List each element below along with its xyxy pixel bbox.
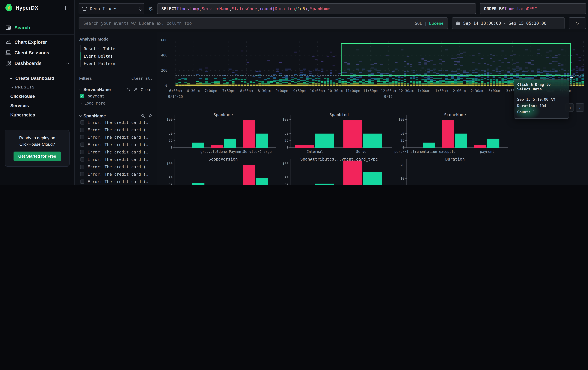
filter-group-name[interactable]: SpanName	[84, 114, 106, 118]
filter-option[interactable]: ✓payment	[80, 93, 152, 100]
checkbox[interactable]	[80, 120, 84, 125]
pin-icon[interactable]	[134, 88, 138, 92]
filter-option[interactable]: Error: The credit card (…	[80, 119, 152, 126]
svg-text:50: 50	[284, 176, 289, 180]
checkbox[interactable]	[80, 150, 84, 154]
x-axis-label: 8:30pm	[258, 89, 271, 93]
x-axis-label: 1:30am	[435, 89, 448, 93]
sql-token: ,	[307, 6, 310, 11]
sql-token: round	[260, 6, 272, 11]
sidebar-item-client-sessions[interactable]: Client Sessions	[0, 47, 74, 58]
lucene-toggle[interactable]: Lucene	[429, 21, 444, 26]
line-chart-icon	[5, 39, 11, 45]
run-query-button[interactable]: ▷	[569, 17, 586, 29]
preset-kubernetes[interactable]: Kubernetes	[0, 110, 74, 119]
preset-list: ClickHouseServicesKubernetes	[0, 91, 74, 119]
svg-text:Duration: Duration	[445, 157, 465, 161]
sql-token: DESC	[527, 6, 537, 11]
gear-icon[interactable]: ⚙	[144, 3, 157, 14]
svg-text:payment: payment	[480, 150, 494, 154]
sql-select-editor[interactable]: SELECT Timestamp, ServiceName, StatusCod…	[157, 3, 476, 14]
svg-text:25: 25	[400, 139, 404, 142]
sql-token: ,	[199, 6, 202, 11]
chevron-down-icon	[79, 114, 82, 117]
time-range-picker[interactable]: Sep 14 18:00:00 - Sep 15 05:30:00	[452, 17, 565, 29]
clear-filter-button[interactable]: Clear	[141, 87, 152, 92]
filter-option-label: Error: The credit card (…	[88, 127, 148, 132]
filter-option[interactable]: Error: The credit card (…	[80, 149, 152, 155]
checkbox[interactable]	[80, 142, 84, 147]
pin-icon[interactable]	[148, 114, 152, 118]
svg-text:25: 25	[168, 183, 173, 185]
sql-toggle[interactable]: SQL	[415, 21, 422, 26]
checkbox[interactable]	[80, 135, 84, 139]
mode-event-deltas[interactable]: Event Deltas	[80, 52, 152, 60]
y-axis-label: 400	[157, 53, 168, 57]
search-icon[interactable]	[126, 88, 131, 92]
search-bar: SQL | Lucene	[79, 17, 448, 29]
mini-chart-spanname: SpanName02550100grpc.oteldemo.PaymentSer…	[163, 111, 279, 155]
svg-text:grpc.oteldemo.PaymentService/C: grpc.oteldemo.PaymentService/Charge	[200, 150, 272, 154]
search-input[interactable]	[83, 20, 411, 26]
collapse-sidebar-icon[interactable]	[64, 6, 69, 10]
checkbox[interactable]	[80, 165, 84, 169]
chart-svg: ScopeName02550100@hyperdx/instrumentatio…	[394, 111, 510, 155]
source-select[interactable]: Demo Traces	[79, 3, 144, 14]
chart-svg: SpanKind02550100InternalServer	[279, 111, 394, 155]
svg-text:0: 0	[286, 146, 289, 150]
mode-event-patterns[interactable]: Event Patterns	[80, 60, 152, 67]
preset-services[interactable]: Services	[0, 101, 74, 110]
filter-group-icons	[141, 114, 152, 118]
load-more-button[interactable]: Load more	[80, 100, 152, 107]
filter-option[interactable]: Error: The credit card (…	[80, 163, 152, 170]
checkbox[interactable]	[80, 180, 84, 184]
svg-text:25: 25	[284, 139, 289, 142]
checkbox[interactable]	[80, 157, 84, 161]
sidebar-item-search[interactable]: Search	[0, 21, 74, 34]
checkbox[interactable]: ✓	[80, 94, 84, 98]
promo-text-line2: ClickHouse Cloud?	[8, 141, 66, 148]
x-axis-label: 6:30pm	[187, 89, 200, 93]
create-dashboard-button[interactable]: + Create Dashboard	[0, 73, 74, 83]
order-by-editor[interactable]: ORDER BY Timestamp DESC	[480, 3, 586, 14]
chevron-right-icon	[80, 102, 82, 104]
preset-clickhouse[interactable]: ClickHouse	[0, 91, 74, 101]
chart-svg: Duration05102011245381376801162107019935…	[394, 155, 510, 185]
sidebar-item-dashboards[interactable]: Dashboards	[0, 58, 74, 69]
checkbox[interactable]	[80, 172, 84, 176]
database-icon	[82, 6, 87, 11]
mode-results-table[interactable]: Results Table	[80, 45, 152, 52]
filter-option[interactable]: Error: The credit card (…	[80, 141, 152, 148]
selection-box[interactable]	[341, 43, 571, 75]
next-page-button[interactable]: ›	[576, 103, 584, 112]
search-icon[interactable]	[141, 114, 145, 118]
svg-text:Server: Server	[356, 150, 368, 154]
x-axis-label: 9:30pm	[293, 89, 306, 93]
checkbox[interactable]	[80, 128, 84, 132]
sidebar-item-chart-explorer[interactable]: Chart Explorer	[0, 37, 74, 47]
filter-option[interactable]: Error: The credit card (…	[80, 178, 152, 185]
filter-option[interactable]: Error: The credit card (…	[80, 134, 152, 140]
y-axis-label: 200	[157, 68, 168, 72]
sidebar-item-label: Chart Explorer	[14, 40, 47, 45]
get-started-button[interactable]: Get Started for Free	[13, 152, 61, 161]
svg-text:5: 5	[402, 183, 404, 185]
filter-option[interactable]: Error: The credit card (…	[80, 156, 152, 163]
heatmap-tooltip: Click & Drag to Select Data Sep 15 5:10:…	[514, 80, 569, 119]
sql-token: Duration	[275, 6, 295, 11]
sql-token: 1e6	[297, 6, 305, 11]
filter-group-name[interactable]: ServiceName	[84, 87, 111, 92]
clear-all-button[interactable]: Clear all	[131, 76, 152, 80]
svg-text:50: 50	[284, 132, 289, 135]
source-select-value: Demo Traces	[90, 6, 117, 11]
chart-svg: SpanAttributes...yment.card_type02550100…	[279, 155, 394, 185]
x-axis-label: 2:00am	[453, 89, 466, 93]
svg-text:50: 50	[168, 132, 173, 135]
filter-option[interactable]: Error: The credit card (…	[80, 126, 152, 133]
filter-option[interactable]: Error: The credit card (…	[80, 171, 152, 178]
svg-text:@hyperdx/instrumentation-excep: @hyperdx/instrumentation-exception	[394, 150, 457, 154]
x-axis-label: 2:30am	[471, 89, 483, 93]
filter-group-icons: Clear	[126, 87, 152, 92]
presets-toggle[interactable]: PRESETS	[0, 83, 74, 91]
delta-charts-grid: SpanName02550100grpc.oteldemo.PaymentSer…	[163, 111, 510, 185]
